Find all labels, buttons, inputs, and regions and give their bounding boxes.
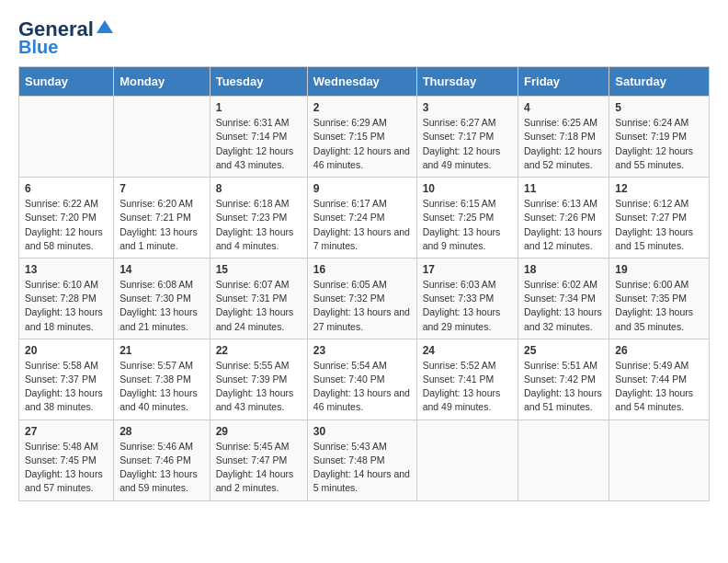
day-info: Sunrise: 6:12 AMSunset: 7:27 PMDaylight:… xyxy=(615,197,703,253)
day-info: Sunrise: 6:27 AMSunset: 7:17 PMDaylight:… xyxy=(423,116,512,172)
day-number: 5 xyxy=(615,101,703,114)
calendar-cell: 24Sunrise: 5:52 AMSunset: 7:41 PMDayligh… xyxy=(416,339,518,419)
day-info: Sunrise: 6:13 AMSunset: 7:26 PMDaylight:… xyxy=(524,197,603,253)
day-number: 28 xyxy=(119,425,204,438)
header-row: SundayMondayTuesdayWednesdayThursdayFrid… xyxy=(19,67,710,97)
header-day-sunday: Sunday xyxy=(19,67,114,97)
calendar-cell: 8Sunrise: 6:18 AMSunset: 7:23 PMDaylight… xyxy=(210,178,307,259)
day-info: Sunrise: 6:10 AMSunset: 7:28 PMDaylight:… xyxy=(25,278,108,334)
calendar-cell xyxy=(609,419,710,500)
calendar-cell: 7Sunrise: 6:20 AMSunset: 7:21 PMDaylight… xyxy=(114,178,210,259)
day-info: Sunrise: 6:25 AMSunset: 7:18 PMDaylight:… xyxy=(524,116,603,172)
logo-blue: Blue xyxy=(18,37,58,57)
day-info: Sunrise: 6:20 AMSunset: 7:21 PMDaylight:… xyxy=(119,197,204,253)
calendar-cell xyxy=(114,97,210,178)
day-number: 21 xyxy=(119,344,204,357)
calendar-cell: 4Sunrise: 6:25 AMSunset: 7:18 PMDaylight… xyxy=(518,97,609,178)
calendar-cell: 3Sunrise: 6:27 AMSunset: 7:17 PMDaylight… xyxy=(416,97,518,178)
day-info: Sunrise: 6:18 AMSunset: 7:23 PMDaylight:… xyxy=(216,197,301,253)
logo: General Blue xyxy=(18,18,113,57)
day-number: 1 xyxy=(216,101,301,114)
day-number: 12 xyxy=(615,182,703,195)
header-day-wednesday: Wednesday xyxy=(307,67,416,97)
week-row-1: 1Sunrise: 6:31 AMSunset: 7:14 PMDaylight… xyxy=(19,97,710,178)
day-number: 25 xyxy=(524,344,603,357)
calendar-cell xyxy=(19,97,114,178)
day-number: 18 xyxy=(524,263,603,276)
day-info: Sunrise: 5:45 AMSunset: 7:47 PMDaylight:… xyxy=(216,440,301,496)
calendar-table: SundayMondayTuesdayWednesdayThursdayFrid… xyxy=(18,66,710,500)
day-number: 11 xyxy=(524,182,603,195)
calendar-cell: 10Sunrise: 6:15 AMSunset: 7:25 PMDayligh… xyxy=(416,178,518,259)
week-row-5: 27Sunrise: 5:48 AMSunset: 7:45 PMDayligh… xyxy=(19,419,710,500)
calendar-cell: 9Sunrise: 6:17 AMSunset: 7:24 PMDaylight… xyxy=(307,178,416,259)
week-row-4: 20Sunrise: 5:58 AMSunset: 7:37 PMDayligh… xyxy=(19,339,710,419)
calendar-cell: 12Sunrise: 6:12 AMSunset: 7:27 PMDayligh… xyxy=(609,178,710,259)
day-number: 19 xyxy=(615,263,703,276)
day-info: Sunrise: 5:57 AMSunset: 7:38 PMDaylight:… xyxy=(119,359,204,415)
day-info: Sunrise: 5:55 AMSunset: 7:39 PMDaylight:… xyxy=(216,359,301,415)
calendar-cell: 2Sunrise: 6:29 AMSunset: 7:15 PMDaylight… xyxy=(307,97,416,178)
week-row-3: 13Sunrise: 6:10 AMSunset: 7:28 PMDayligh… xyxy=(19,258,710,339)
calendar-cell: 1Sunrise: 6:31 AMSunset: 7:14 PMDaylight… xyxy=(210,97,307,178)
calendar-cell: 27Sunrise: 5:48 AMSunset: 7:45 PMDayligh… xyxy=(19,419,114,500)
day-info: Sunrise: 6:29 AMSunset: 7:15 PMDaylight:… xyxy=(313,116,411,172)
header-day-thursday: Thursday xyxy=(416,67,518,97)
day-number: 26 xyxy=(615,344,703,357)
day-number: 4 xyxy=(524,101,603,114)
day-info: Sunrise: 5:46 AMSunset: 7:46 PMDaylight:… xyxy=(119,440,204,496)
day-number: 10 xyxy=(423,182,512,195)
day-number: 9 xyxy=(313,182,411,195)
week-row-2: 6Sunrise: 6:22 AMSunset: 7:20 PMDaylight… xyxy=(19,178,710,259)
header-day-saturday: Saturday xyxy=(609,67,710,97)
day-number: 14 xyxy=(119,263,204,276)
day-info: Sunrise: 6:08 AMSunset: 7:30 PMDaylight:… xyxy=(119,278,204,334)
day-info: Sunrise: 5:51 AMSunset: 7:42 PMDaylight:… xyxy=(524,359,603,415)
calendar-cell: 30Sunrise: 5:43 AMSunset: 7:48 PMDayligh… xyxy=(307,419,416,500)
calendar-cell: 5Sunrise: 6:24 AMSunset: 7:19 PMDaylight… xyxy=(609,97,710,178)
calendar-cell: 14Sunrise: 6:08 AMSunset: 7:30 PMDayligh… xyxy=(114,258,210,339)
calendar-cell: 28Sunrise: 5:46 AMSunset: 7:46 PMDayligh… xyxy=(114,419,210,500)
calendar-cell: 20Sunrise: 5:58 AMSunset: 7:37 PMDayligh… xyxy=(19,339,114,419)
calendar-cell: 13Sunrise: 6:10 AMSunset: 7:28 PMDayligh… xyxy=(19,258,114,339)
day-number: 20 xyxy=(25,344,108,357)
day-info: Sunrise: 6:05 AMSunset: 7:32 PMDaylight:… xyxy=(313,278,411,334)
day-info: Sunrise: 6:02 AMSunset: 7:34 PMDaylight:… xyxy=(524,278,603,334)
day-number: 8 xyxy=(216,182,301,195)
day-number: 6 xyxy=(25,182,108,195)
day-info: Sunrise: 5:52 AMSunset: 7:41 PMDaylight:… xyxy=(423,359,512,415)
day-info: Sunrise: 6:00 AMSunset: 7:35 PMDaylight:… xyxy=(615,278,703,334)
day-number: 30 xyxy=(313,425,411,438)
day-info: Sunrise: 5:49 AMSunset: 7:44 PMDaylight:… xyxy=(615,359,703,415)
calendar-cell: 25Sunrise: 5:51 AMSunset: 7:42 PMDayligh… xyxy=(518,339,609,419)
day-number: 29 xyxy=(216,425,301,438)
calendar-cell: 6Sunrise: 6:22 AMSunset: 7:20 PMDaylight… xyxy=(19,178,114,259)
day-number: 24 xyxy=(423,344,512,357)
day-info: Sunrise: 5:54 AMSunset: 7:40 PMDaylight:… xyxy=(313,359,411,415)
day-number: 15 xyxy=(216,263,301,276)
header-day-friday: Friday xyxy=(518,67,609,97)
svg-marker-0 xyxy=(97,20,113,33)
day-info: Sunrise: 6:17 AMSunset: 7:24 PMDaylight:… xyxy=(313,197,411,253)
header-day-monday: Monday xyxy=(114,67,210,97)
day-number: 17 xyxy=(423,263,512,276)
day-number: 16 xyxy=(313,263,411,276)
day-number: 7 xyxy=(119,182,204,195)
day-info: Sunrise: 6:15 AMSunset: 7:25 PMDaylight:… xyxy=(423,197,512,253)
day-number: 22 xyxy=(216,344,301,357)
day-info: Sunrise: 6:24 AMSunset: 7:19 PMDaylight:… xyxy=(615,116,703,172)
calendar-cell: 19Sunrise: 6:00 AMSunset: 7:35 PMDayligh… xyxy=(609,258,710,339)
calendar-cell: 15Sunrise: 6:07 AMSunset: 7:31 PMDayligh… xyxy=(210,258,307,339)
calendar-cell: 22Sunrise: 5:55 AMSunset: 7:39 PMDayligh… xyxy=(210,339,307,419)
header-day-tuesday: Tuesday xyxy=(210,67,307,97)
day-info: Sunrise: 5:48 AMSunset: 7:45 PMDaylight:… xyxy=(25,440,108,496)
calendar-cell: 16Sunrise: 6:05 AMSunset: 7:32 PMDayligh… xyxy=(307,258,416,339)
day-info: Sunrise: 6:03 AMSunset: 7:33 PMDaylight:… xyxy=(423,278,512,334)
calendar-cell: 23Sunrise: 5:54 AMSunset: 7:40 PMDayligh… xyxy=(307,339,416,419)
day-number: 13 xyxy=(25,263,108,276)
day-number: 23 xyxy=(313,344,411,357)
calendar-cell: 18Sunrise: 6:02 AMSunset: 7:34 PMDayligh… xyxy=(518,258,609,339)
day-number: 27 xyxy=(25,425,108,438)
calendar-cell: 26Sunrise: 5:49 AMSunset: 7:44 PMDayligh… xyxy=(609,339,710,419)
day-number: 3 xyxy=(423,101,512,114)
